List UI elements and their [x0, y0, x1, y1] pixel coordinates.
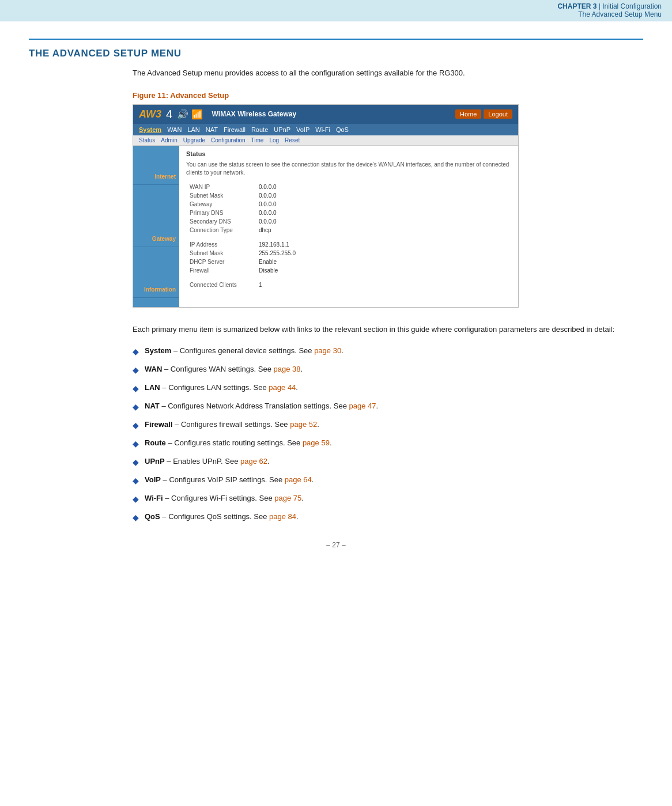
status-title: Status — [186, 150, 511, 157]
bullet-diamond-icon: ◆ — [133, 438, 139, 450]
table-row: Subnet Mask0.0.0.0 — [186, 191, 511, 200]
bullet-diamond-icon: ◆ — [133, 383, 139, 395]
desc-wan: – Configures WAN settings. See — [164, 365, 274, 373]
screenshot-nav: System WAN LAN NAT Firewall Route UPnP V… — [133, 124, 518, 135]
internet-table: WAN IP0.0.0.0 Subnet Mask0.0.0.0 Gateway… — [186, 183, 511, 234]
chapter-label: CHAPTER 3 — [557, 2, 597, 10]
desc-route: – Configures static routing settings. Se… — [168, 438, 302, 447]
sidebar-information: Information — [133, 282, 179, 298]
logo-divider: 4 — [166, 108, 172, 121]
table-row: WAN IP0.0.0.0 — [186, 183, 511, 191]
term-upnp: UPnP — [145, 457, 165, 466]
subnav-reset[interactable]: Reset — [285, 137, 300, 143]
term-wan: WAN — [145, 365, 162, 373]
bullet-text-upnp: UPnP – Enables UPnP. See page 62. — [145, 456, 270, 467]
subnav-status[interactable]: Status — [139, 137, 155, 143]
topbar-buttons: Home Logout — [455, 109, 512, 119]
page-header: CHAPTER 3 | Initial Configuration The Ad… — [0, 0, 672, 21]
table-row: Gateway0.0.0.0 — [186, 200, 511, 209]
status-description: You can use the status screen to see the… — [186, 161, 511, 177]
intro-text: The Advanced Setup menu provides access … — [133, 67, 643, 80]
bullet-list: ◆ System – Configures general device set… — [133, 345, 643, 524]
sidebar-gateway-label: Gateway — [137, 236, 176, 242]
list-item-lan: ◆ LAN – Configures LAN settings. See pag… — [133, 382, 643, 395]
logo-icons: 🔊 📶 — [177, 109, 202, 120]
figure-label: Figure 11: Advanced Setup — [133, 91, 643, 100]
chapter-sub2: The Advanced Setup Menu — [578, 10, 662, 18]
bullet-diamond-icon: ◆ — [133, 512, 139, 524]
link-route[interactable]: page 59 — [303, 438, 330, 447]
bullet-diamond-icon: ◆ — [133, 364, 139, 376]
screenshot-main-content: Status You can use the status screen to … — [179, 146, 518, 307]
link-wan[interactable]: page 38 — [274, 365, 301, 373]
table-row: DHCP ServerEnable — [186, 258, 511, 266]
list-item-route: ◆ Route – Configures static routing sett… — [133, 437, 643, 450]
link-firewall[interactable]: page 52 — [290, 420, 317, 429]
list-item-voip: ◆ VoIP – Configures VoIP SIP settings. S… — [133, 474, 643, 487]
sidebar-internet: Internet — [133, 169, 179, 185]
bullet-text-qos: QoS – Configures QoS settings. See page … — [145, 511, 299, 523]
gateway-title: WiMAX Wireless Gateway — [212, 110, 297, 118]
list-item-upnp: ◆ UPnP – Enables UPnP. See page 62. — [133, 456, 643, 468]
table-row: Connected Clients1 — [186, 281, 511, 289]
link-nat[interactable]: page 47 — [349, 402, 376, 410]
desc-firewall: – Configures firewall settings. See — [175, 420, 290, 429]
bullet-diamond-icon: ◆ — [133, 401, 139, 413]
page-number: – 27 – — [326, 541, 345, 549]
term-firewall: Firewall — [145, 420, 172, 429]
gateway-table: IP Address192.168.1.1 Subnet Mask255.255… — [186, 240, 511, 275]
logo-aw3: AW3 — [139, 108, 161, 120]
list-item-nat: ◆ NAT – Configures Network Address Trans… — [133, 400, 643, 413]
logout-button[interactable]: Logout — [484, 109, 512, 119]
subnav-time[interactable]: Time — [251, 137, 264, 143]
screenshot-topbar: AW3 4 🔊 📶 WiMAX Wireless Gateway Home Lo… — [133, 105, 518, 124]
bullet-text-firewall: Firewall – Configures firewall settings.… — [145, 419, 319, 430]
link-wifi[interactable]: page 75 — [274, 494, 301, 502]
nav-qos[interactable]: QoS — [336, 126, 349, 133]
sidebar-gateway: Gateway — [133, 231, 179, 247]
home-button[interactable]: Home — [455, 109, 481, 119]
list-item-wan: ◆ WAN – Configures WAN settings. See pag… — [133, 364, 643, 376]
link-voip[interactable]: page 64 — [285, 475, 312, 484]
list-item-firewall: ◆ Firewall – Configures firewall setting… — [133, 419, 643, 432]
nav-system[interactable]: System — [139, 126, 161, 133]
bullet-diamond-icon: ◆ — [133, 346, 139, 358]
term-system: System — [145, 346, 171, 355]
nav-wifi[interactable]: Wi-Fi — [315, 126, 330, 133]
bullet-text-lan: LAN – Configures LAN settings. See page … — [145, 382, 298, 393]
term-lan: LAN — [145, 383, 160, 392]
section-rule — [29, 39, 643, 40]
nav-wan[interactable]: WAN — [167, 126, 182, 133]
desc-wifi: – Configures Wi-Fi settings. See — [165, 494, 274, 502]
link-lan[interactable]: page 44 — [269, 383, 296, 392]
nav-upnp[interactable]: UPnP — [274, 126, 290, 133]
list-item-system: ◆ System – Configures general device set… — [133, 345, 643, 358]
bullet-diamond-icon: ◆ — [133, 456, 139, 468]
bullet-text-wifi: Wi-Fi – Configures Wi-Fi settings. See p… — [145, 493, 304, 504]
nav-firewall[interactable]: Firewall — [224, 126, 246, 133]
table-row: Primary DNS0.0.0.0 — [186, 209, 511, 217]
topbar-left: AW3 4 🔊 📶 WiMAX Wireless Gateway — [139, 108, 296, 121]
screenshot-figure: AW3 4 🔊 📶 WiMAX Wireless Gateway Home Lo… — [133, 104, 519, 308]
nav-lan[interactable]: LAN — [187, 126, 199, 133]
screenshot-body: Internet Gateway Information Status You … — [133, 146, 518, 307]
subnav-configuration[interactable]: Configuration — [211, 137, 245, 143]
content-area: The Advanced Setup Menu The Advanced Set… — [0, 21, 672, 584]
subnav-log[interactable]: Log — [269, 137, 279, 143]
bullet-text-wan: WAN – Configures WAN settings. See page … — [145, 364, 303, 375]
nav-route[interactable]: Route — [251, 126, 268, 133]
link-qos[interactable]: page 84 — [269, 512, 296, 521]
subnav-upgrade[interactable]: Upgrade — [183, 137, 205, 143]
link-upnp[interactable]: page 62 — [240, 457, 267, 466]
subnav-admin[interactable]: Admin — [161, 137, 177, 143]
nav-nat[interactable]: NAT — [206, 126, 218, 133]
link-system[interactable]: page 30 — [314, 346, 341, 355]
bullet-diamond-icon: ◆ — [133, 419, 139, 432]
nav-voip[interactable]: VoIP — [296, 126, 309, 133]
desc-system: – Configures general device settings. Se… — [173, 346, 314, 355]
body-paragraph: Each primary menu item is sumarized belo… — [133, 324, 643, 336]
table-row: FirewallDisable — [186, 266, 511, 275]
desc-qos: – Configures QoS settings. See — [162, 512, 269, 521]
table-row: IP Address192.168.1.1 — [186, 240, 511, 249]
page-footer: – 27 – — [29, 541, 643, 561]
